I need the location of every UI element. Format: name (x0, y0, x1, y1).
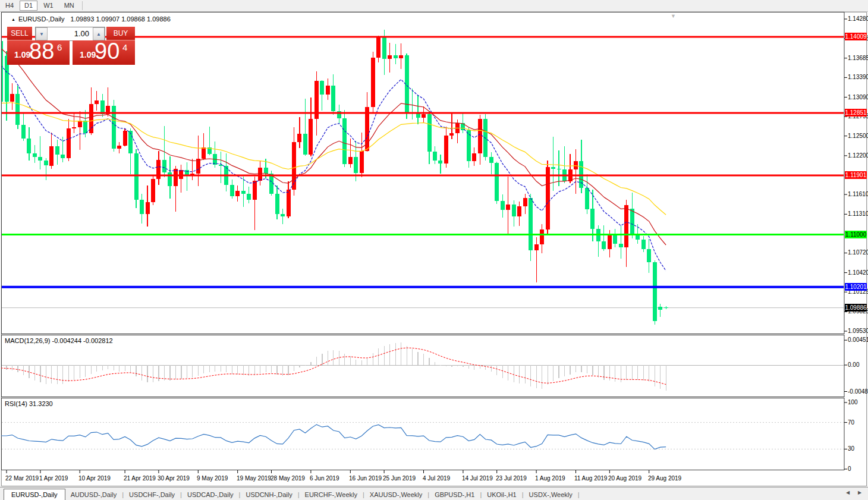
sell-price-big-digits: 88 (29, 39, 54, 64)
timeframe-button-w1[interactable]: W1 (39, 1, 58, 11)
price-tick-label: 1.12500 (848, 133, 868, 139)
price-tick-label: 1.10420 (848, 269, 868, 276)
macd-label: MACD(12,26,9) -0.004244 -0.002812 (5, 337, 113, 344)
chart-title: ▲EURUSD-,Daily1.09893 1.09907 1.09868 1.… (11, 15, 171, 23)
price-tick-label: 1.11310 (848, 210, 868, 217)
price-tick-label: 1.11610 (848, 191, 868, 197)
date-tick-label: 21 Apr 2019 (124, 475, 156, 482)
scroll-position-marker-icon: ▼ (671, 13, 676, 19)
price-tick-label: 1.10720 (848, 249, 868, 256)
date-tick-label: 16 Jun 2019 (349, 475, 382, 482)
macd-scale-label: 0.004517 (848, 337, 868, 343)
symbol-tab-bar: EURUSD-,DailyAUDUSD-,Daily|USDCHF-,Daily… (0, 487, 868, 500)
symbol-tab-xauusd-weekly[interactable]: XAUUSD-,Weekly (364, 489, 427, 500)
toolbar-separator (82, 1, 83, 10)
rsi-label: RSI(14) 31.3230 (5, 400, 53, 407)
date-tick-label: 19 May 2019 (237, 475, 271, 482)
date-tick-label: 25 Jun 2019 (383, 475, 416, 482)
symbol-tab-audusd-daily[interactable]: AUDUSD-,Daily (65, 489, 122, 500)
sell-price-display[interactable]: 1.09 88 6 (7, 40, 70, 65)
price-level-badge: 1.09886 (845, 304, 867, 312)
sell-price-prefix: 1.09 (14, 50, 30, 59)
buy-price-pip-digit: 4 (122, 42, 127, 52)
chart-window[interactable]: ▲EURUSD-,Daily1.09893 1.09907 1.09868 1.… (1, 12, 867, 486)
tab-separator: | (578, 491, 580, 500)
tab-scroll-left-icon[interactable]: ◀ (846, 490, 850, 495)
price-tick-label: 1.13090 (848, 94, 868, 100)
rsi-scale-label: 0 (848, 466, 868, 472)
price-level-badge: 1.14009 (845, 33, 867, 40)
buy-price-big-digits: 90 (95, 39, 119, 64)
date-tick-label: 14 Jul 2019 (462, 475, 493, 482)
timeframe-toolbar: H4D1W1MN (0, 0, 868, 12)
symbol-tab-gbpusd-h1[interactable]: GBPUSD-,H1 (429, 489, 480, 500)
date-tick-label: 11 Aug 2019 (574, 475, 607, 482)
chart-ohlc-values: 1.09893 1.09907 1.09868 1.09886 (71, 15, 171, 23)
rsi-value: 31.3230 (29, 400, 53, 407)
price-tick-label: 1.14280 (848, 15, 868, 22)
collapse-arrow-icon[interactable]: ▲ (11, 17, 15, 21)
price-tick-label: 1.12200 (848, 152, 868, 159)
symbol-tab-ukoil-h1[interactable]: UKOil-,H1 (482, 489, 522, 500)
date-tick-label: 28 May 2019 (271, 475, 305, 482)
macd-scale-label: -0.004806 (848, 388, 868, 395)
date-tick-label: 22 Mar 2019 (5, 475, 39, 482)
date-tick-label: 30 Apr 2019 (158, 475, 190, 482)
date-tick-label: 1 Apr 2019 (39, 475, 68, 482)
timeframe-button-h4[interactable]: H4 (1, 1, 18, 11)
date-tick-label: 1 Aug 2019 (535, 475, 565, 482)
macd-values: -0.004244 -0.002812 (52, 337, 112, 344)
date-tick-label: 9 May 2019 (197, 475, 228, 482)
tab-scroll-right-icon[interactable]: ▶ (858, 490, 861, 495)
price-level-badge: 1.10201 (845, 283, 867, 291)
timeframe-button-mn[interactable]: MN (59, 1, 79, 11)
price-tick-label: 1.13685 (848, 55, 868, 61)
price-level-badge: 1.12851 (845, 109, 867, 117)
rsi-scale-label: 70 (848, 419, 868, 426)
timeframe-button-d1[interactable]: D1 (20, 1, 37, 11)
price-level-badge: 1.11901 (845, 171, 867, 179)
date-tick-label: 4 Jul 2019 (423, 475, 450, 482)
price-tick-label: 1.09530 (848, 328, 868, 334)
price-tick-label: 1.13390 (848, 74, 868, 80)
symbol-tab-usdx-weekly[interactable]: USDX-,Weekly (524, 489, 578, 500)
price-chart-canvas[interactable] (1, 12, 867, 486)
symbol-tab-usdchf-daily[interactable]: USDCHF-,Daily (124, 489, 180, 500)
symbol-tab-eurchf-weekly[interactable]: EURCHF-,Weekly (300, 489, 363, 500)
date-tick-label: 6 Jun 2019 (310, 475, 339, 482)
chart-symbol-label: EURUSD-,Daily (18, 15, 65, 23)
buy-price-prefix: 1.09 (80, 50, 96, 59)
rsi-scale-label: 30 (848, 445, 868, 452)
macd-scale-label: 0.00 (848, 361, 868, 368)
symbol-tab-usdcad-daily[interactable]: USDCAD-,Daily (182, 489, 239, 500)
date-tick-label: 29 Aug 2019 (648, 475, 681, 482)
sell-price-pip-digit: 6 (57, 42, 62, 52)
symbol-tab-eurusd-daily[interactable]: EURUSD-,Daily (4, 489, 65, 500)
price-level-badge: 1.11000 (845, 231, 867, 238)
date-tick-label: 20 Aug 2019 (608, 475, 641, 482)
symbol-tab-usdcnh-daily[interactable]: USDCNH-,Daily (240, 489, 297, 500)
volume-field[interactable]: 1.00 (48, 27, 93, 40)
sell-button[interactable]: SELL (7, 27, 32, 40)
date-tick-label: 23 Jul 2019 (496, 475, 527, 482)
rsi-scale-label: 100 (848, 399, 868, 405)
date-tick-label: 10 Apr 2019 (78, 475, 111, 482)
buy-price-display[interactable]: 1.09 90 4 (73, 40, 135, 65)
